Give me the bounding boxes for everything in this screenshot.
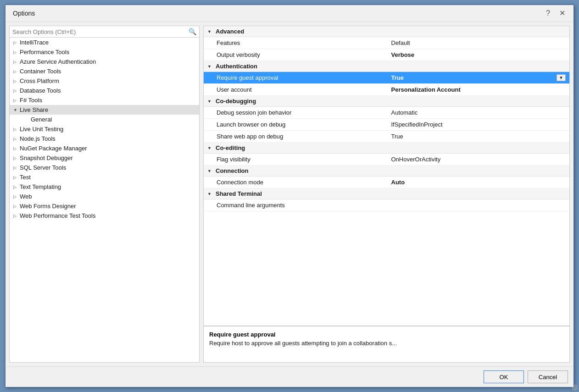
setting-name-advanced-1: Output verbosity — [217, 51, 391, 58]
section-title-co-debugging: Co-debugging — [216, 98, 256, 105]
tree-container: ▷IntelliTrace▷Performance Tools▷Azure Se… — [10, 38, 199, 362]
dialog-body: 🔍 ▷IntelliTrace▷Performance Tools▷Azure … — [6, 22, 573, 366]
tree-arrow-fsharp-tools: ▷ — [13, 98, 20, 103]
tree-item-live-unit-testing[interactable]: ▷Live Unit Testing — [10, 124, 199, 134]
section-arrow-co-debugging: ▼ — [207, 99, 213, 104]
tree-arrow-intellitrace: ▷ — [13, 40, 20, 45]
section-header-connection[interactable]: ▼Connection — [204, 166, 569, 177]
tree-item-live-share[interactable]: ▼Live Share — [10, 105, 199, 115]
setting-row-co-editing-0[interactable]: Flag visibilityOnHoverOrActivity — [204, 154, 569, 166]
tree-item-nuget-package-manager[interactable]: ▷NuGet Package Manager — [10, 144, 199, 153]
section-header-co-debugging[interactable]: ▼Co-debugging — [204, 96, 569, 107]
setting-name-co-debugging-1: Launch browser on debug — [217, 121, 391, 128]
tree-item-snapshot-debugger[interactable]: ▷Snapshot Debugger — [10, 153, 199, 163]
tree-item-fsharp-tools[interactable]: ▷F# Tools — [10, 95, 199, 105]
section-arrow-co-editing: ▼ — [207, 146, 213, 150]
setting-row-authentication-0[interactable]: Require guest approvalTrue▼ — [204, 72, 569, 84]
tree-label-nuget-package-manager: NuGet Package Manager — [20, 145, 87, 152]
right-panel: ▼AdvancedFeaturesDefaultOutput verbosity… — [203, 26, 570, 363]
section-header-shared-terminal[interactable]: ▼Shared Terminal — [204, 188, 569, 199]
tree-item-general[interactable]: General — [10, 115, 199, 124]
dropdown-btn-authentication-0[interactable]: ▼ — [557, 74, 566, 81]
section-header-authentication[interactable]: ▼Authentication — [204, 61, 569, 72]
setting-value-advanced-1: Verbose — [391, 51, 566, 58]
tree-item-container-tools[interactable]: ▷Container Tools — [10, 66, 199, 76]
options-dialog: Options ? ✕ 🔍 ▷IntelliTrace▷Performance … — [5, 5, 574, 387]
tree-label-performance-tools: Performance Tools — [20, 49, 69, 55]
tree-label-web: Web — [20, 193, 32, 200]
tree-arrow-performance-tools: ▷ — [13, 50, 20, 55]
setting-value-authentication-0: True — [391, 74, 555, 81]
tree-item-web[interactable]: ▷Web — [10, 192, 199, 201]
setting-name-advanced-0: Features — [217, 39, 391, 46]
tree-item-text-templating[interactable]: ▷Text Templating — [10, 182, 199, 192]
tree-item-cross-platform[interactable]: ▷Cross Platform — [10, 76, 199, 86]
help-button[interactable]: ? — [543, 9, 553, 18]
search-input[interactable] — [12, 28, 187, 35]
setting-name-co-debugging-2: Share web app on debug — [217, 133, 391, 140]
setting-value-connection-0: Auto — [391, 179, 566, 186]
tree-label-container-tools: Container Tools — [20, 68, 61, 75]
tree-item-azure-service-auth[interactable]: ▷Azure Service Authentication — [10, 57, 199, 66]
tree-item-web-performance-test-tools[interactable]: ▷Web Performance Test Tools — [10, 211, 199, 221]
tree-arrow-azure-service-auth: ▷ — [13, 60, 20, 64]
setting-row-co-debugging-1[interactable]: Launch browser on debugIfSpecifiedInProj… — [204, 119, 569, 131]
tree-label-snapshot-debugger: Snapshot Debugger — [20, 155, 73, 161]
tree-label-fsharp-tools: F# Tools — [20, 97, 42, 104]
tree-label-database-tools: Database Tools — [20, 87, 61, 94]
section-title-connection: Connection — [216, 167, 249, 174]
setting-row-shared-terminal-0[interactable]: Command line arguments — [204, 199, 569, 211]
setting-name-connection-0: Connection mode — [217, 179, 391, 186]
description-area: Require guest approval Require host to a… — [204, 326, 569, 362]
setting-row-co-debugging-0[interactable]: Debug session join behaviorAutomatic — [204, 107, 569, 119]
section-header-co-editing[interactable]: ▼Co-editing — [204, 143, 569, 154]
tree-item-database-tools[interactable]: ▷Database Tools — [10, 86, 199, 95]
setting-row-advanced-0[interactable]: FeaturesDefault — [204, 37, 569, 49]
tree-label-web-forms-designer: Web Forms Designer — [20, 203, 76, 210]
tree-item-nodejs-tools[interactable]: ▷Node.js Tools — [10, 134, 199, 144]
resize-grip — [572, 385, 577, 390]
section-arrow-shared-terminal: ▼ — [207, 192, 213, 196]
setting-value-co-debugging-2: True — [391, 133, 566, 140]
setting-row-co-debugging-2[interactable]: Share web app on debugTrue — [204, 131, 569, 143]
setting-row-connection-0[interactable]: Connection modeAuto — [204, 177, 569, 188]
tree-arrow-web: ▷ — [13, 194, 20, 199]
setting-row-advanced-1[interactable]: Output verbosityVerbose — [204, 49, 569, 61]
setting-name-shared-terminal-0: Command line arguments — [217, 202, 391, 209]
tree-label-text-templating: Text Templating — [20, 183, 61, 190]
tree-arrow-database-tools: ▷ — [13, 88, 20, 93]
setting-value-co-debugging-1: IfSpecifiedInProject — [391, 121, 566, 128]
setting-name-authentication-1: User account — [217, 86, 391, 93]
title-bar-buttons: ? ✕ — [543, 9, 568, 18]
settings-area: ▼AdvancedFeaturesDefaultOutput verbosity… — [204, 26, 569, 326]
tree-item-performance-tools[interactable]: ▷Performance Tools — [10, 47, 199, 57]
setting-value-container-authentication-0: True▼ — [391, 74, 566, 81]
setting-value-co-editing-0: OnHoverOrActivity — [391, 156, 566, 163]
tree-arrow-live-unit-testing: ▷ — [13, 127, 20, 132]
ok-button[interactable]: OK — [484, 370, 524, 383]
section-title-authentication: Authentication — [216, 63, 257, 70]
section-arrow-connection: ▼ — [207, 169, 213, 173]
tree-item-web-forms-designer[interactable]: ▷Web Forms Designer — [10, 201, 199, 211]
tree-label-nodejs-tools: Node.js Tools — [20, 135, 56, 142]
section-header-advanced[interactable]: ▼Advanced — [204, 26, 569, 37]
setting-value-authentication-1: Personalization Account — [391, 86, 566, 93]
setting-row-authentication-1[interactable]: User accountPersonalization Account — [204, 84, 569, 96]
tree-item-sql-server-tools[interactable]: ▷SQL Server Tools — [10, 163, 199, 172]
setting-name-co-editing-0: Flag visibility — [217, 156, 391, 163]
tree-item-test[interactable]: ▷Test — [10, 172, 199, 182]
setting-value-advanced-0: Default — [391, 39, 566, 46]
close-button[interactable]: ✕ — [557, 9, 568, 18]
search-box: 🔍 — [10, 26, 199, 38]
cancel-button[interactable]: Cancel — [528, 370, 568, 383]
tree-arrow-container-tools: ▷ — [13, 69, 20, 74]
tree-arrow-sql-server-tools: ▷ — [13, 166, 20, 170]
section-title-co-editing: Co-editing — [216, 144, 245, 151]
setting-value-co-debugging-0: Automatic — [391, 109, 566, 116]
tree-label-live-share: Live Share — [20, 106, 48, 113]
tree-arrow-web-performance-test-tools: ▷ — [13, 214, 20, 218]
description-title: Require guest approval — [209, 331, 564, 338]
tree-label-intellitrace: IntelliTrace — [20, 39, 49, 46]
dialog-title: Options — [13, 10, 35, 17]
tree-item-intellitrace[interactable]: ▷IntelliTrace — [10, 38, 199, 47]
